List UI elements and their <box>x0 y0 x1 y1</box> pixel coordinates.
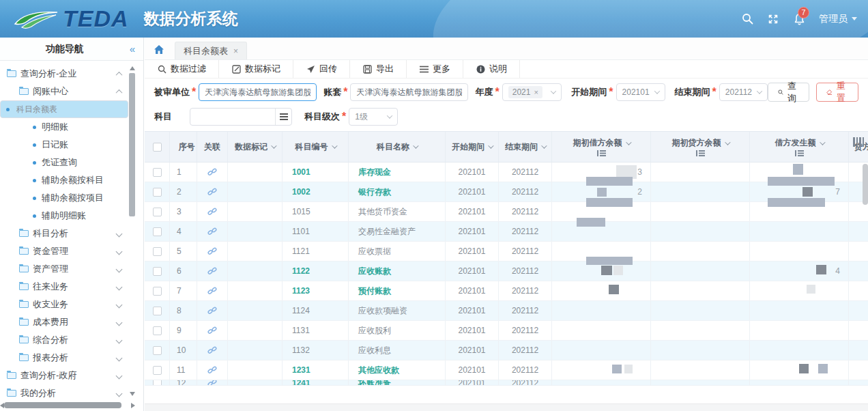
link-icon[interactable] <box>207 207 217 216</box>
account-set-input[interactable] <box>350 83 468 101</box>
link-icon[interactable] <box>207 167 217 177</box>
summary-icon[interactable] <box>696 150 704 156</box>
sidebar-item-my-analysis[interactable]: 我的分析 <box>0 384 128 399</box>
sidebar-item-subject-balance[interactable]: 科目余额表 <box>0 100 128 118</box>
sidebar-item-aux-detail[interactable]: 辅助明细账 <box>0 207 128 225</box>
notifications-bell-icon[interactable]: 7 <box>793 13 805 25</box>
sidebar-item-comprehensive[interactable]: 综合分析 <box>0 331 128 349</box>
export-button[interactable]: 导出 <box>350 60 407 78</box>
table-row[interactable]: 1 1001 库存现金 202101 202112 3 <box>145 162 868 182</box>
table-row[interactable]: 10 1132 应收利息 202101 202112 <box>145 341 868 360</box>
row-checkbox[interactable] <box>153 326 162 335</box>
reset-button[interactable]: 重置 <box>816 83 858 102</box>
table-row[interactable]: 12 1241 坏账准备 202101 202112 <box>145 380 868 386</box>
home-icon[interactable] <box>150 41 168 57</box>
summary-icon[interactable] <box>597 150 605 156</box>
table-row[interactable]: 5 1121 应收票据 202101 202112 <box>145 242 868 261</box>
sidebar-item-query-enterprise[interactable]: 查询分析-企业 <box>0 65 128 83</box>
sidebar-vertical-scrollbar[interactable] <box>129 65 135 397</box>
link-icon[interactable] <box>207 380 217 386</box>
sidebar-item-ledger-center[interactable]: 阅账中心 <box>0 83 128 100</box>
table-row[interactable]: 4 1101 交易性金融资产 202101 202112 <box>145 222 868 242</box>
bullet-icon <box>33 126 36 129</box>
more-button[interactable]: 更多 <box>407 60 463 78</box>
row-checkbox[interactable] <box>153 208 162 216</box>
sort-icon[interactable] <box>541 143 547 148</box>
link-icon[interactable] <box>207 306 217 315</box>
remove-tag-icon[interactable]: × <box>534 88 538 96</box>
row-checkbox[interactable] <box>153 188 162 197</box>
sort-icon[interactable] <box>725 139 730 145</box>
link-icon[interactable] <box>207 365 217 375</box>
table-row[interactable]: 3 1015 其他货币资金 202101 202112 <box>145 202 868 222</box>
row-checkbox[interactable] <box>153 227 162 236</box>
table-row[interactable]: 9 1131 应收股利 202101 202112 <box>145 321 868 341</box>
link-icon[interactable] <box>207 326 217 335</box>
sidebar-item-cost-expense[interactable]: 成本费用 <box>0 313 128 331</box>
row-checkbox[interactable] <box>153 267 162 276</box>
table-row[interactable]: 7 1123 预付账款 202101 202112 <box>145 281 868 301</box>
sidebar-item-voucher-query[interactable]: 凭证查询 <box>0 154 128 171</box>
sidebar-item-aux-balance-project[interactable]: 辅助余额按项目 <box>0 189 128 207</box>
row-checkbox[interactable] <box>153 380 162 386</box>
sidebar-item-transactions[interactable]: 往来业务 <box>0 278 128 296</box>
end-period-select[interactable]: 202112 <box>719 83 768 101</box>
link-icon[interactable] <box>207 345 217 355</box>
link-icon[interactable] <box>207 286 217 296</box>
data-mark-button[interactable]: 数据标记 <box>219 60 293 78</box>
send-back-button[interactable]: 回传 <box>293 60 350 78</box>
table-row[interactable]: 6 1122 应收账款 202101 202112 4 <box>145 261 868 281</box>
sidebar-horizontal-scrollbar[interactable] <box>0 402 136 409</box>
query-button[interactable]: 查询 <box>768 83 809 102</box>
row-checkbox[interactable] <box>153 307 162 315</box>
row-checkbox[interactable] <box>153 247 162 256</box>
tab-subject-balance[interactable]: 科目余额表 × <box>175 42 247 59</box>
user-menu[interactable]: 管理员 <box>819 13 857 25</box>
sort-icon[interactable] <box>488 143 493 148</box>
link-icon[interactable] <box>207 227 217 236</box>
info-button[interactable]: 说明 <box>463 60 520 78</box>
sidebar-item-detail-ledger[interactable]: 明细账 <box>0 118 128 136</box>
column-settings-icon[interactable] <box>853 137 864 147</box>
sort-icon[interactable] <box>332 143 337 148</box>
start-period-select[interactable]: 202101 <box>616 83 665 101</box>
audited-unit-input[interactable] <box>199 83 317 101</box>
row-checkbox[interactable] <box>153 168 162 177</box>
sidebar-item-fund-mgmt[interactable]: 资金管理 <box>0 242 128 260</box>
folder-icon <box>19 88 29 95</box>
sort-icon[interactable] <box>626 139 631 145</box>
sort-icon[interactable] <box>820 139 825 145</box>
main-content: 科目余额表 × 数据过滤 数据标记 回传 导出 更多 <box>145 38 868 411</box>
sort-icon[interactable] <box>271 143 276 148</box>
sidebar-item-report-analysis[interactable]: 报表分析 <box>0 349 128 367</box>
link-icon[interactable] <box>207 246 217 256</box>
subject-input[interactable] <box>196 109 275 125</box>
sidebar-item-subject-analysis[interactable]: 科目分析 <box>0 225 128 242</box>
summary-icon[interactable] <box>795 150 803 156</box>
table-row[interactable]: 11 1231 其他应收款 202101 202112 <box>145 360 868 380</box>
table-row[interactable]: 8 1124 应收款项融资 202101 202112 <box>145 301 868 321</box>
row-checkbox[interactable] <box>153 287 162 296</box>
row-checkbox[interactable] <box>153 346 162 355</box>
sidebar-collapse-icon[interactable]: « <box>130 43 135 55</box>
sidebar-item-journal[interactable]: 日记账 <box>0 136 128 154</box>
table-row[interactable]: 2 1002 银行存款 202101 202112 2 7 <box>145 182 868 202</box>
sidebar-item-aux-balance-subject[interactable]: 辅助余额按科目 <box>0 171 128 189</box>
year-select[interactable]: 2021× <box>502 83 562 101</box>
select-all-checkbox[interactable] <box>153 143 162 152</box>
row-checkbox[interactable] <box>153 366 162 375</box>
sort-icon[interactable] <box>413 143 418 148</box>
sidebar-item-income-expense[interactable]: 收支业务 <box>0 296 128 313</box>
close-icon[interactable]: × <box>233 46 238 56</box>
table-vertical-scrollbar[interactable] <box>863 164 868 205</box>
subject-level-select[interactable]: 1级 <box>349 108 398 126</box>
link-icon[interactable] <box>207 266 217 276</box>
data-filter-button[interactable]: 数据过滤 <box>145 60 219 78</box>
search-icon[interactable] <box>741 13 753 25</box>
link-icon[interactable] <box>207 187 217 197</box>
subject-picker-icon[interactable] <box>275 109 291 125</box>
sidebar-item-query-government[interactable]: 查询分析-政府 <box>0 367 128 384</box>
fullscreen-icon[interactable] <box>767 13 779 25</box>
sidebar-item-asset-mgmt[interactable]: 资产管理 <box>0 260 128 278</box>
redaction <box>601 266 612 275</box>
